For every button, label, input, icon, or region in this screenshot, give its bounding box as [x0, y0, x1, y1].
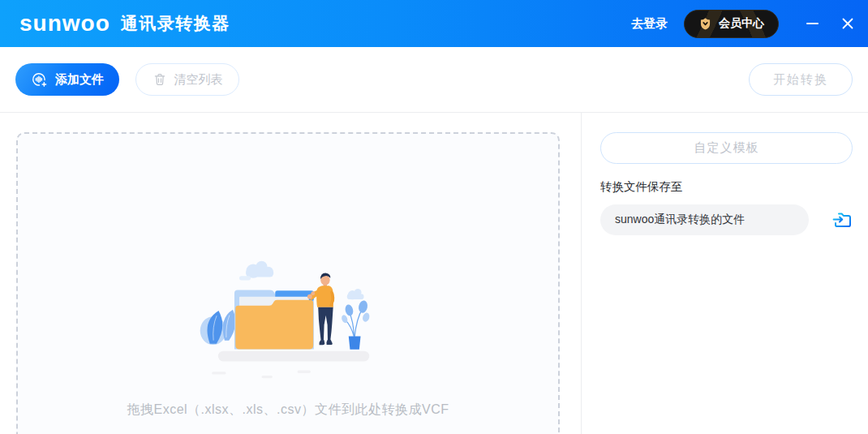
start-convert-label: 开始转换 — [773, 72, 828, 88]
brand-logo: sunwoo — [19, 12, 110, 35]
toolbar: 添加文件 清空列表 开始转换 — [0, 47, 868, 113]
vertical-divider — [581, 113, 582, 434]
drop-hint-text: 拖拽Excel（.xlsx、.xls、.csv）文件到此处转换成VCF — [18, 402, 558, 419]
vip-shield-icon — [698, 17, 712, 31]
app-window: sunwoo 通讯录转换器 去登录 会员中心 — [0, 0, 868, 434]
custom-template-button[interactable]: 自定义模板 — [600, 132, 853, 164]
login-link[interactable]: 去登录 — [631, 16, 668, 32]
add-files-label: 添加文件 — [55, 72, 104, 88]
add-files-button[interactable]: 添加文件 — [15, 63, 119, 96]
app-title: 通讯录转换器 — [121, 12, 230, 35]
clear-list-button[interactable]: 清空列表 — [135, 63, 239, 96]
folder-arrow-icon — [831, 208, 854, 231]
waveform-add-icon — [31, 71, 48, 88]
save-to-label: 转换文件保存至 — [600, 179, 683, 195]
member-center-label: 会员中心 — [719, 16, 764, 31]
choose-folder-button[interactable] — [831, 208, 855, 232]
custom-template-label: 自定义模板 — [694, 140, 759, 156]
minimize-icon[interactable] — [803, 11, 821, 36]
file-drop-zone[interactable]: 拖拽Excel（.xlsx、.xls、.csv）文件到此处转换成VCF — [16, 132, 560, 434]
start-convert-button[interactable]: 开始转换 — [749, 63, 853, 96]
close-icon[interactable] — [839, 11, 857, 36]
title-bar-actions: 去登录 会员中心 — [631, 10, 857, 38]
clear-list-label: 清空列表 — [174, 72, 223, 88]
save-path-input[interactable] — [600, 204, 809, 235]
member-center-button[interactable]: 会员中心 — [684, 10, 779, 38]
dropzone-illustration — [186, 250, 390, 389]
title-bar: sunwoo 通讯录转换器 去登录 会员中心 — [0, 0, 868, 47]
trash-icon — [153, 72, 167, 87]
